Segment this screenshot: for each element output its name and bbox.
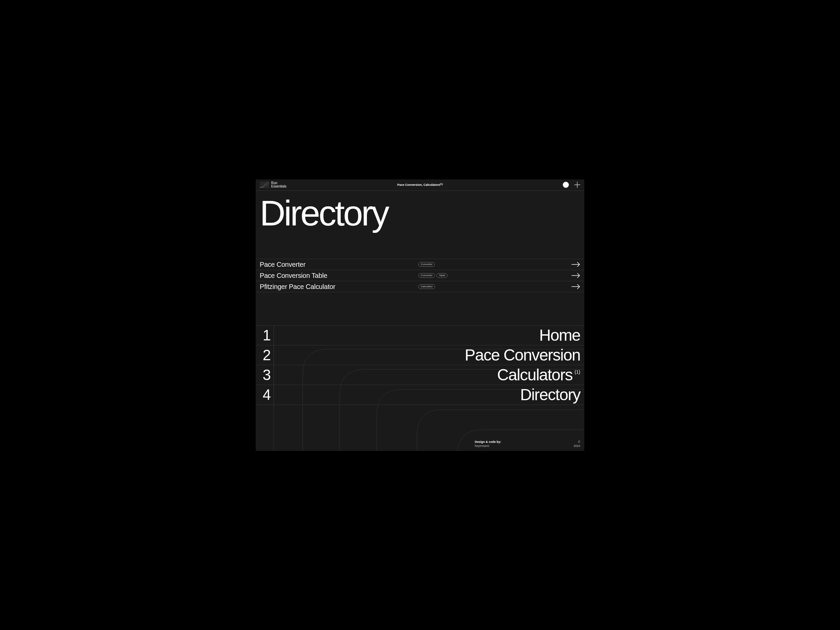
app-frame: Run Essentials Pace Conversion, Calculat…: [256, 179, 584, 451]
directory-row-name: Pfitzinger Pace Calculator: [260, 283, 414, 291]
arrow-right-icon: [572, 284, 580, 289]
nav-label-wrap: Home: [539, 327, 580, 343]
directory-list: Pace Converter Converter Pace Conversion…: [256, 259, 584, 292]
header: Run Essentials Pace Conversion, Calculat…: [256, 179, 584, 191]
nav-item-calculators[interactable]: 3 Calculators (1): [256, 365, 584, 385]
logo[interactable]: Run Essentials: [260, 182, 287, 188]
breadcrumb-sup: (1): [440, 183, 443, 185]
directory-row-tags: Calculator: [418, 284, 567, 289]
nav-item-home[interactable]: 1 Home: [256, 325, 584, 346]
breadcrumb-label: Pace Conversion, Calculators: [397, 183, 440, 186]
page-title: Directory: [260, 196, 580, 230]
logo-mark-icon: [260, 182, 269, 188]
arrow-right-icon: [572, 262, 580, 267]
nav-item-pace-conversion[interactable]: 2 Pace Conversion: [256, 346, 584, 365]
nav-label-wrap: Calculators (1): [497, 367, 580, 383]
footer: Design & code by: heyimsami © 2024: [256, 440, 584, 448]
footer-credit: Design & code by: heyimsami: [475, 440, 501, 448]
breadcrumb: Pace Conversion, Calculators(1): [397, 183, 443, 186]
menu-plus-icon[interactable]: [574, 182, 580, 188]
logo-line2: Essentials: [271, 185, 287, 188]
nav-num: 1: [260, 325, 274, 345]
nav-label: Home: [539, 327, 580, 343]
tag-pill: Converter: [418, 273, 435, 278]
footer-by-label: Design & code by:: [475, 440, 501, 444]
directory-row-name: Pace Conversion Table: [260, 272, 414, 279]
nav-num: 4: [260, 385, 274, 404]
directory-row-name: Pace Converter: [260, 261, 414, 268]
nav-label-wrap: Pace Conversion: [465, 347, 580, 363]
nav-item-directory[interactable]: 4 Directory: [256, 385, 584, 405]
tag-pill: Calculator: [418, 284, 435, 289]
directory-row[interactable]: Pfitzinger Pace Calculator Calculator: [256, 281, 584, 292]
nav-label: Calculators: [497, 367, 573, 383]
main-nav: 1 Home 2 Pace Conversion 3 Calculators (…: [256, 325, 584, 405]
hero: Directory: [256, 191, 584, 230]
nav-label-wrap: Directory: [520, 387, 580, 403]
footer-year: 2024: [573, 444, 580, 448]
header-actions: [563, 182, 580, 188]
footer-copyright: ©: [573, 440, 580, 444]
directory-row[interactable]: Pace Converter Converter: [256, 259, 584, 270]
nav-sup: (1): [575, 369, 580, 375]
arrow-right-icon: [572, 273, 580, 278]
tag-pill: Table: [436, 273, 448, 278]
directory-row-tags: Converter: [418, 262, 567, 267]
nav-label: Directory: [520, 387, 580, 403]
theme-toggle-icon[interactable]: [563, 182, 569, 188]
nav-num: 3: [260, 365, 274, 385]
footer-author[interactable]: heyimsami: [475, 444, 501, 448]
logo-text: Run Essentials: [271, 182, 287, 188]
directory-row-tags: Converter Table: [418, 273, 567, 278]
tag-pill: Converter: [418, 262, 435, 267]
directory-row[interactable]: Pace Conversion Table Converter Table: [256, 270, 584, 281]
nav-num: 2: [260, 346, 274, 365]
nav-label: Pace Conversion: [465, 347, 580, 363]
footer-right: © 2024: [573, 440, 580, 448]
